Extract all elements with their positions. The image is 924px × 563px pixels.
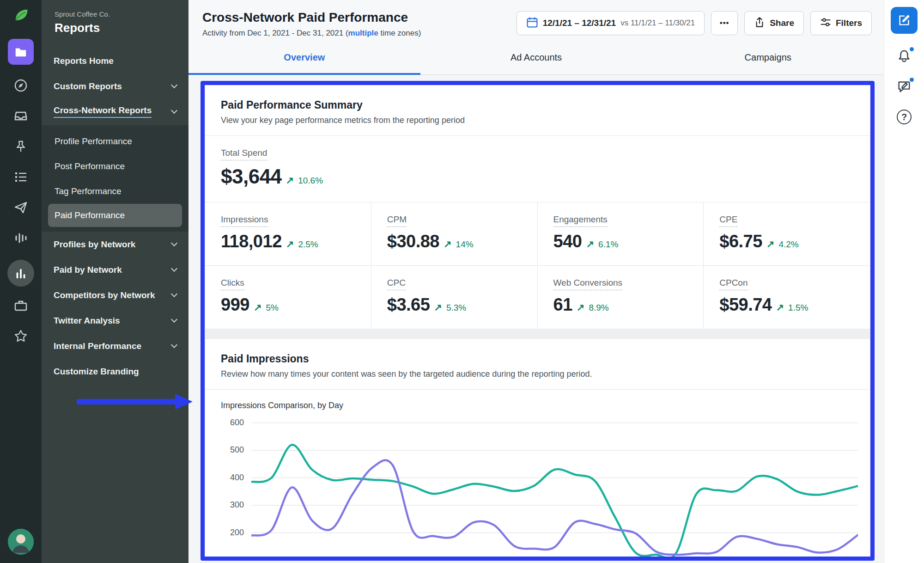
metric-label[interactable]: CPE (719, 214, 737, 227)
metric-card-clicks: Clicks 999 ↗ 5% (205, 266, 371, 329)
metric-label[interactable]: Total Spend (221, 148, 267, 160)
inbox-icon[interactable] (12, 107, 30, 125)
metric-label[interactable]: Impressions (221, 214, 268, 227)
y-axis-tick: 400 (230, 473, 244, 483)
metric-label[interactable]: Web Conversions (553, 278, 623, 290)
sprout-logo-icon[interactable] (10, 5, 31, 26)
metric-value: $30.88 (387, 232, 439, 251)
metric-change: 14% (456, 239, 474, 250)
publishing-list-icon[interactable] (12, 168, 30, 186)
metric-card-cpe: CPE $6.75 ↗ 4.2% (704, 202, 870, 266)
metric-card-impressions: Impressions 118,012 ↗ 2.5% (205, 202, 371, 266)
summary-subtitle: View your key page performance metrics f… (221, 116, 854, 125)
date-range-text: 12/1/21 – 12/31/21 (543, 18, 616, 28)
paid-impressions-subtitle: Review how many times your content was s… (221, 369, 854, 379)
metric-value: 540 (553, 232, 582, 251)
y-axis-tick: 500 (230, 445, 244, 455)
trend-up-icon: ↗ (286, 239, 294, 250)
sidebar-item-custom-reports[interactable]: Custom Reports (42, 73, 188, 99)
metric-value: $6.75 (719, 232, 762, 251)
sidebar-title: Reports (55, 21, 176, 35)
date-range-button[interactable]: 12/1/21 – 12/31/21 vs 11/1/21 – 11/30/21 (517, 11, 705, 35)
metric-label[interactable]: CPCon (719, 278, 748, 290)
tab-ad-accounts[interactable]: Ad Accounts (420, 41, 652, 74)
help-icon[interactable]: ? (896, 109, 912, 125)
metric-card-cpc: CPC $3.65 ↗ 5.3% (371, 266, 538, 329)
feedback-pencil-icon[interactable] (896, 78, 912, 95)
reports-analytics-icon[interactable] (7, 260, 34, 287)
sidebar-item-competitors-by-network[interactable]: Competitors by Network (42, 282, 188, 308)
page-header: Cross-Network Paid Performance Activity … (188, 0, 884, 41)
metric-value: $3,644 (221, 165, 282, 188)
compass-icon[interactable] (12, 77, 30, 94)
metric-label[interactable]: CPM (387, 214, 407, 227)
report-content: Paid Performance Summary View your key p… (188, 75, 884, 563)
metric-change: 6.1% (598, 239, 618, 250)
chart-canvas (251, 419, 858, 557)
sidebar-item-profile-performance[interactable]: Profile Performance (42, 129, 188, 154)
star-icon[interactable] (12, 327, 30, 345)
metric-change: 8.9% (589, 303, 608, 313)
paid-performance-card: Paid Performance Summary View your key p… (205, 85, 870, 558)
cross-network-subgroup: Profile Performance Post Performance Tag… (42, 125, 188, 232)
metric-label[interactable]: Engagements (553, 214, 608, 227)
account-name: Sprout Coffee Co. (55, 10, 176, 18)
feedback-dot (909, 77, 915, 83)
metric-change: 10.6% (298, 176, 323, 186)
sidebar-item-cross-network-reports[interactable]: Cross-Network Reports (42, 99, 188, 124)
section-divider (205, 329, 870, 339)
notifications-bell-icon[interactable] (896, 48, 912, 64)
impressions-line-chart: 200300400500600 (221, 419, 858, 557)
utility-rail: ? (884, 0, 924, 563)
sidebar-item-tag-performance[interactable]: Tag Performance (42, 179, 188, 204)
share-button[interactable]: Share (744, 11, 804, 35)
metric-card-web-conversions: Web Conversions 61 ↗ 8.9% (538, 266, 704, 329)
tab-campaigns[interactable]: Campaigns (652, 41, 884, 74)
chevron-down-icon (171, 265, 177, 271)
metric-change: 5% (266, 303, 279, 313)
tab-overview[interactable]: Overview (188, 41, 420, 74)
metric-value: 118,012 (221, 232, 282, 251)
sidebar-item-reports-home[interactable]: Reports Home (42, 48, 188, 73)
page-title: Cross-Network Paid Performance (202, 10, 517, 25)
metric-value: 61 (553, 295, 572, 315)
paper-plane-icon[interactable] (12, 199, 30, 216)
report-tabs: Overview Ad Accounts Campaigns (188, 41, 884, 75)
metric-card-engagements: Engagements 540 ↗ 6.1% (538, 202, 704, 266)
sidebar-item-customize-branding[interactable]: Customize Branding (42, 359, 188, 384)
sidebar-item-profiles-by-network[interactable]: Profiles by Network (42, 232, 188, 257)
sidebar-item-paid-by-network[interactable]: Paid by Network (42, 257, 188, 282)
chevron-down-icon (171, 341, 177, 348)
app-root: Sprout Coffee Co. Reports Reports Home C… (0, 0, 924, 563)
reports-folder-icon[interactable] (8, 39, 34, 65)
user-avatar[interactable] (8, 529, 34, 555)
sidebar-nav: Reports Home Custom Reports Cross-Networ… (42, 48, 188, 384)
activity-subtitle: Activity from Dec 1, 2021 - Dec 31, 2021… (202, 29, 517, 38)
y-axis-tick: 300 (230, 500, 244, 510)
pin-icon[interactable] (12, 138, 30, 155)
impressions-chart-section: Impressions Comparison, by Day 200300400… (205, 390, 870, 557)
metric-value: $59.74 (719, 295, 772, 315)
filters-button[interactable]: Filters (810, 11, 872, 35)
metric-value: $3.65 (387, 295, 430, 315)
sidebar-item-twitter-analysis[interactable]: Twitter Analysis (42, 308, 188, 333)
chevron-down-icon (171, 239, 177, 246)
sidebar-item-post-performance[interactable]: Post Performance (42, 154, 188, 179)
sidebar-item-internal-performance[interactable]: Internal Performance (42, 333, 188, 359)
briefcase-icon[interactable] (12, 297, 30, 314)
chart-title: Impressions Comparison, by Day (221, 401, 858, 410)
metric-label[interactable]: Clicks (221, 278, 244, 290)
listening-waves-icon[interactable] (12, 229, 30, 247)
metric-label[interactable]: CPC (387, 278, 406, 290)
metrics-grid: Impressions 118,012 ↗ 2.5% CPM $30.88 ↗ … (205, 202, 870, 329)
trend-up-icon: ↗ (577, 302, 585, 313)
metric-change: 4.2% (778, 239, 798, 250)
metric-change: 1.5% (788, 303, 808, 313)
sidebar-item-paid-performance[interactable]: Paid Performance (48, 204, 182, 227)
timezones-link[interactable]: multiple (348, 29, 378, 37)
y-axis-tick: 600 (230, 418, 244, 428)
chevron-down-icon (171, 107, 177, 113)
compose-button[interactable] (891, 7, 918, 34)
trend-up-icon: ↗ (766, 239, 775, 250)
more-actions-button[interactable]: ••• (711, 11, 738, 35)
